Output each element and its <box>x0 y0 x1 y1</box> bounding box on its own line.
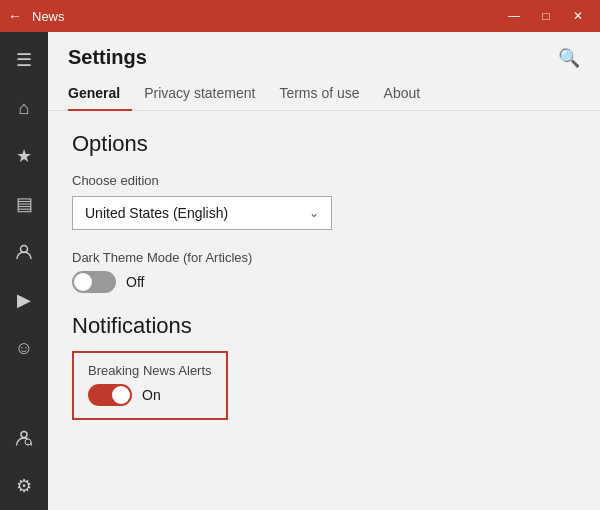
sidebar-item-emoji[interactable]: ☺ <box>0 324 48 372</box>
main-area: ☰ ⌂ ★ ▤ ▶ ☺ + ⚙ <box>0 32 600 510</box>
tab-terms[interactable]: Terms of use <box>267 77 371 111</box>
svg-point-1 <box>21 432 27 438</box>
sidebar-item-home[interactable]: ⌂ <box>0 84 48 132</box>
settings-title: Settings <box>68 46 147 69</box>
window-controls: — □ ✕ <box>500 6 592 26</box>
sidebar-item-list[interactable]: ▤ <box>0 180 48 228</box>
dark-theme-toggle[interactable] <box>72 271 116 293</box>
search-icon[interactable]: 🔍 <box>558 47 580 69</box>
chevron-down-icon: ⌄ <box>309 206 319 220</box>
sidebar: ☰ ⌂ ★ ▤ ▶ ☺ + ⚙ <box>0 32 48 510</box>
tab-privacy[interactable]: Privacy statement <box>132 77 267 111</box>
options-section-title: Options <box>72 131 576 157</box>
tabs-bar: General Privacy statement Terms of use A… <box>48 69 600 111</box>
dark-theme-label: Dark Theme Mode (for Articles) <box>72 250 576 265</box>
title-bar: ← News — □ ✕ <box>0 0 600 32</box>
breaking-news-label: Breaking News Alerts <box>88 363 212 378</box>
app-title: News <box>32 9 500 24</box>
edition-dropdown[interactable]: United States (English) ⌄ <box>72 196 332 230</box>
edition-value: United States (English) <box>85 205 228 221</box>
svg-text:+: + <box>27 441 30 447</box>
minimize-button[interactable]: — <box>500 6 528 26</box>
breaking-news-state: On <box>142 387 161 403</box>
settings-body: Options Choose edition United States (En… <box>48 111 600 510</box>
sidebar-item-menu[interactable]: ☰ <box>0 36 48 84</box>
choose-edition-label: Choose edition <box>72 173 576 188</box>
sidebar-item-settings[interactable]: ⚙ <box>0 462 48 510</box>
tab-about[interactable]: About <box>372 77 433 111</box>
breaking-news-toggle-container: On <box>88 384 212 406</box>
breaking-news-alerts-box: Breaking News Alerts On <box>72 351 228 420</box>
dark-theme-toggle-container: Off <box>72 271 576 293</box>
breaking-news-toggle-knob <box>112 386 130 404</box>
notifications-section-title: Notifications <box>72 313 576 339</box>
back-button[interactable]: ← <box>8 8 22 24</box>
dark-theme-toggle-row: Dark Theme Mode (for Articles) Off <box>72 250 576 293</box>
maximize-button[interactable]: □ <box>532 6 560 26</box>
dark-theme-state: Off <box>126 274 144 290</box>
sidebar-item-play[interactable]: ▶ <box>0 276 48 324</box>
breaking-news-toggle[interactable] <box>88 384 132 406</box>
sidebar-item-account[interactable]: + <box>0 414 48 462</box>
tab-general[interactable]: General <box>68 77 132 111</box>
close-button[interactable]: ✕ <box>564 6 592 26</box>
sidebar-bottom: + ⚙ <box>0 414 48 510</box>
toggle-knob <box>74 273 92 291</box>
content-area: Settings 🔍 General Privacy statement Ter… <box>48 32 600 510</box>
sidebar-item-star[interactable]: ★ <box>0 132 48 180</box>
settings-header: Settings 🔍 <box>48 32 600 69</box>
sidebar-item-person[interactable] <box>0 228 48 276</box>
